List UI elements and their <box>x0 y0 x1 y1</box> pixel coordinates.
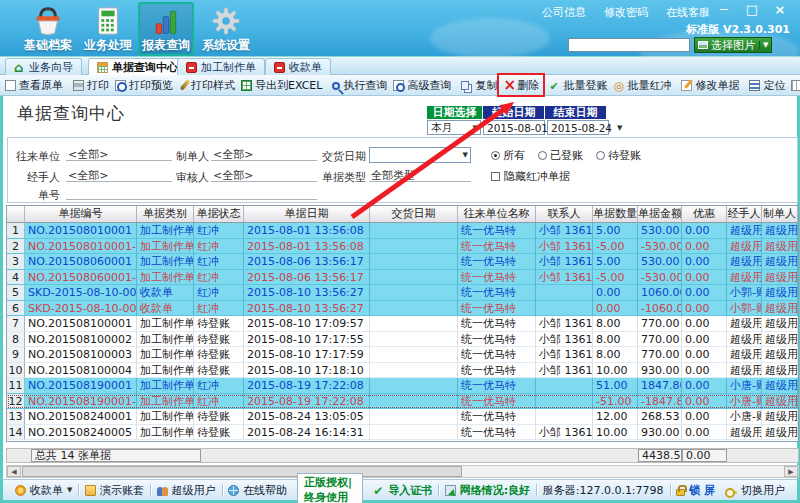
titlebar-link-1[interactable]: 修改密码 <box>604 5 648 20</box>
table-row[interactable]: 6SKD-2015-08-10-0001-红冲收款单红冲2015-08-10 1… <box>7 301 798 317</box>
row-number: 3 <box>7 254 25 270</box>
rosette-icon <box>613 80 624 91</box>
column-header-7[interactable]: 联系人 <box>536 206 593 223</box>
table-row[interactable]: 2NO.201508010001-红冲加工制作单红冲2015-08-01 13:… <box>7 239 798 255</box>
run-query-button[interactable]: 执行查询 <box>329 76 390 94</box>
delivery-date-combobox[interactable]: ▼ <box>369 147 471 163</box>
scroll-right-icon[interactable]: ▶ <box>784 466 798 477</box>
radio-option-2[interactable]: 待登账 <box>596 148 641 163</box>
print-button[interactable]: 打印 <box>70 76 112 94</box>
table-row[interactable]: 7NO.201508100001加工制作单待登账2015-08-10 17:09… <box>7 316 798 332</box>
pick-image-button[interactable]: 选择图片 ▼ <box>694 37 772 53</box>
column-header-10[interactable]: 优惠 <box>682 206 727 223</box>
cell: NO.201508240001 <box>25 409 137 425</box>
column-header-6[interactable]: 往来单位名称 <box>458 206 536 223</box>
delete-button[interactable]: 删除 <box>500 76 542 94</box>
table-row[interactable]: 4NO.201508060001-红冲加工制作单红冲2015-08-06 13:… <box>7 270 798 286</box>
table-row[interactable]: 13NO.201508240001加工制作单待登账2015-08-24 13:0… <box>7 409 798 425</box>
tab-wizard[interactable]: 业务向导 <box>5 58 82 75</box>
row-number: 6 <box>7 301 25 317</box>
table-row[interactable]: 9NO.201508100003加工制作单待登账2015-08-10 17:17… <box>7 347 798 363</box>
column-header-5[interactable]: 交货日期 <box>370 206 458 223</box>
column-header-1[interactable]: 单据编号 <box>25 206 137 223</box>
cell: 统一优马特 <box>458 409 536 425</box>
table-row[interactable]: 8NO.201508100002加工制作单待登账2015-08-10 17:17… <box>7 332 798 348</box>
hide-reversed-checkbox[interactable]: 隐藏红冲单据 <box>491 169 570 184</box>
view-original-button[interactable]: 查看原单 <box>2 76 66 94</box>
column-config-button[interactable]: 列配置 <box>788 76 800 94</box>
locate-button[interactable]: 定位 <box>746 76 788 94</box>
titlebar-link-0[interactable]: 公司信息 <box>542 5 586 20</box>
doc-type-field[interactable]: 全部类型 <box>369 168 471 182</box>
network-status[interactable]: 网络情况:良好 <box>439 483 536 498</box>
column-header-11[interactable]: 经手人 <box>727 206 762 223</box>
radio-option-0[interactable]: 所有 <box>491 148 525 163</box>
demo-account[interactable]: 演示账套 <box>79 483 150 498</box>
pen-icon <box>180 79 191 91</box>
cell <box>370 378 458 394</box>
cell: 8.00 <box>593 347 638 363</box>
import-cert[interactable]: 导入证书 <box>367 483 438 498</box>
column-header-4[interactable]: 单据日期 <box>244 206 370 223</box>
close-icon[interactable]: × <box>772 2 788 17</box>
chevron-down-icon[interactable]: ▼ <box>759 41 771 49</box>
server-address[interactable]: 服务器:127.0.0.1:7798 <box>537 483 670 498</box>
print-style-button[interactable]: 打印样式 <box>176 76 238 94</box>
batch-reverse-button[interactable]: 批量红冲 <box>610 76 674 94</box>
partner-label: 往来单位 <box>16 149 60 164</box>
cell: SKD-2015-08-10-0001 <box>25 285 137 301</box>
nav-item-report-query[interactable]: 报表查询 <box>138 2 194 56</box>
online-help[interactable]: 在线帮助 <box>222 483 293 498</box>
maximize-icon[interactable]: □ <box>744 2 760 17</box>
column-header-3[interactable]: 单据状态 <box>194 206 244 223</box>
table-row[interactable]: 12NO.201508190001-红冲加工制作单红冲2015-08-19 17… <box>7 394 798 410</box>
export-excel-button[interactable]: 导出到EXCEL <box>238 76 325 94</box>
tab-work-order[interactable]: 加工制作单 <box>177 58 265 75</box>
copy-button[interactable]: 复制 <box>458 76 500 94</box>
column-header-2[interactable]: 单据类别 <box>137 206 194 223</box>
start-date-combobox[interactable]: 2015-08-01 ▼ <box>483 120 545 135</box>
print-preview-button[interactable]: 打印预览 <box>112 76 176 94</box>
advanced-query-button[interactable]: 高级查询 <box>390 76 454 94</box>
globe-icon <box>228 485 239 496</box>
doc-no-field[interactable] <box>66 186 317 200</box>
minimize-icon[interactable]: ─ <box>716 2 732 17</box>
cell: NO.201508010001 <box>25 223 137 239</box>
table-row[interactable]: 5SKD-2015-08-10-0001收款单红冲2015-08-10 13:5… <box>7 285 798 301</box>
column-header-12[interactable]: 制单人 <box>762 206 798 223</box>
table-row[interactable]: 3NO.201508060001加工制作单红冲2015-08-06 13:56:… <box>7 254 798 270</box>
image-path-input[interactable] <box>568 38 690 52</box>
period-combobox[interactable]: 本月 ▼ <box>427 120 481 135</box>
action-toolbar: 查看原单打印打印预览打印样式导出到EXCEL执行查询高级查询复制删除批量登账批量… <box>0 75 800 96</box>
lock-screen[interactable]: 锁 屏 <box>670 483 721 498</box>
table-row[interactable]: 11NO.201508190001加工制作单红冲2015-08-19 17:22… <box>7 378 798 394</box>
checkbox-icon <box>491 172 500 181</box>
table-row[interactable]: 1NO.201508010001加工制作单红冲2015-08-01 13:56:… <box>7 223 798 239</box>
current-user[interactable]: 超级用户 <box>151 483 222 498</box>
maker-field[interactable]: <全部> <box>211 147 317 161</box>
column-header-9[interactable]: 单据金额 <box>638 206 682 223</box>
radio-option-1[interactable]: 已登账 <box>538 148 583 163</box>
double-check-icon <box>549 80 560 91</box>
nav-item-business-process[interactable]: 业务处理 <box>80 2 136 56</box>
coin-icon <box>15 485 26 496</box>
tab-query-center[interactable]: 单据查询中心 <box>88 58 187 75</box>
table-row[interactable]: 10NO.201508100004加工制作单待登账2015-08-10 17:1… <box>7 363 798 379</box>
handler-field[interactable]: <全部> <box>66 168 172 182</box>
column-header-8[interactable]: 单据数量 <box>593 206 638 223</box>
table-row[interactable]: 14NO.201508240005加工制作单待登账2015-08-24 16:1… <box>7 425 798 441</box>
switch-user[interactable]: 切换用户 <box>721 483 791 498</box>
auditor-field[interactable]: <全部> <box>211 168 317 182</box>
partner-field[interactable]: <全部> <box>66 147 172 161</box>
cell: 0.00 <box>682 394 727 410</box>
row-number: 7 <box>7 316 25 332</box>
batch-register-button[interactable]: 批量登账 <box>546 76 610 94</box>
tab-receipt[interactable]: 收款单 <box>265 58 331 75</box>
titlebar-link-2[interactable]: 在线客服 <box>666 5 710 20</box>
nav-item-system-settings[interactable]: 系统设置 <box>198 2 254 56</box>
nav-item-basic-archives[interactable]: 基础档案 <box>20 2 76 56</box>
column-header-0[interactable] <box>7 206 25 223</box>
end-date-combobox[interactable]: 2015-08-24 ▼ <box>547 120 609 135</box>
modify-doc-button[interactable]: 修改单据 <box>678 76 742 94</box>
receipt-menu[interactable]: 收款单▼ <box>9 483 78 498</box>
